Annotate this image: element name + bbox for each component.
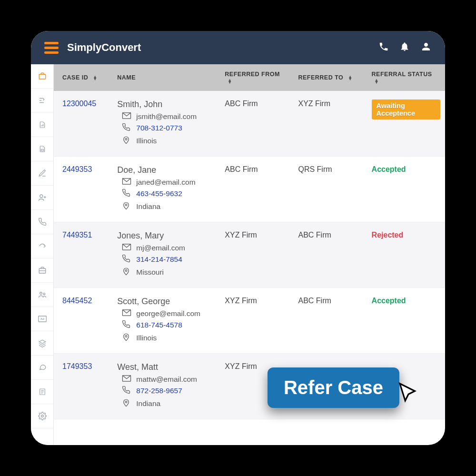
refer-case-button[interactable]: Refer Case — [268, 367, 399, 408]
referred-from-cell: XYZ Firm — [220, 222, 293, 288]
col-label: NAME — [117, 74, 136, 81]
referred-to-cell: QRS Firm — [293, 157, 367, 222]
sidebar-item-flow[interactable] — [31, 89, 53, 113]
col-header-to[interactable]: REFERRED TO ▲▼ — [293, 64, 367, 91]
app-header: SimplyConvert — [31, 31, 445, 64]
contact-email[interactable]: janed@email.com — [122, 178, 215, 187]
contact-email[interactable]: jsmith@email.com — [122, 112, 215, 121]
table-row[interactable]: 12300045 Smith, John jsmith@email.com 70… — [54, 91, 445, 157]
col-header-caseid[interactable]: CASE ID ▲▼ — [54, 64, 112, 91]
contact-email[interactable]: mattw@email.com — [122, 375, 215, 384]
phone-icon — [122, 320, 131, 330]
contact-email[interactable]: mj@email.com — [122, 244, 215, 252]
col-header-name[interactable]: NAME — [112, 64, 220, 91]
svg-point-15 — [125, 270, 127, 272]
sidebar-item-ads[interactable]: Ad — [31, 307, 53, 331]
contact-phone[interactable]: 463-455-9632 — [122, 188, 215, 199]
sidebar-item-layers[interactable] — [31, 331, 53, 356]
name-cell: Smith, John jsmith@email.com 708-312-077… — [112, 91, 220, 157]
phone-icon — [122, 254, 131, 265]
contact-phone[interactable]: 314-214-7854 — [122, 254, 215, 265]
referral-status-cell: Accepted — [367, 288, 445, 354]
contact-name: West, Matt — [117, 362, 215, 372]
svg-point-13 — [125, 204, 127, 206]
mail-icon — [122, 309, 131, 318]
bell-icon[interactable] — [399, 41, 410, 54]
contact-phone[interactable]: 708-312-0773 — [122, 123, 215, 133]
sort-icon: ▲▼ — [375, 79, 379, 84]
col-label: REFERRED TO — [298, 74, 343, 81]
sidebar-item-share[interactable] — [31, 234, 53, 258]
table-row[interactable]: 7449351 Jones, Mary mj@email.com 314-214… — [54, 222, 445, 288]
contact-location: Missouri — [122, 267, 215, 278]
case-id-cell[interactable]: 12300045 — [54, 91, 112, 157]
app-title: SimplyConvert — [67, 41, 141, 54]
contact-name: Scott, George — [117, 297, 215, 307]
svg-point-5 — [43, 293, 45, 295]
phone-icon[interactable] — [378, 41, 389, 54]
mail-icon — [122, 244, 131, 252]
name-cell: Jones, Mary mj@email.com 314-214-7854 Mi… — [112, 222, 220, 288]
table-row[interactable]: 2449353 Doe, Jane janed@email.com 463-45… — [54, 157, 445, 222]
cases-table: CASE ID ▲▼ NAME REFERRED FROM ▲▼ REFERRE… — [54, 64, 445, 419]
contact-location: Indiana — [122, 201, 215, 212]
svg-rect-0 — [39, 74, 46, 79]
contact-name: Jones, Mary — [117, 231, 215, 241]
refer-case-overlay: Refer Case — [268, 367, 421, 408]
phone-icon — [122, 188, 131, 199]
col-header-status[interactable]: REFERRAL STATUS ▲▼ — [367, 64, 445, 91]
location-icon — [122, 267, 131, 278]
sidebar-item-briefcase[interactable] — [31, 258, 53, 283]
status-badge: Awaiting Acceptence — [372, 99, 440, 119]
location-icon — [122, 332, 131, 344]
contact-location: Indiana — [122, 398, 215, 409]
svg-point-11 — [125, 139, 127, 140]
header-actions — [378, 41, 432, 54]
sort-icon: ▲▼ — [348, 76, 352, 80]
svg-point-2 — [40, 195, 42, 198]
referred-to-cell: ABC Firm — [293, 288, 367, 354]
user-icon[interactable] — [420, 41, 432, 54]
sidebar-item-compose[interactable] — [31, 161, 53, 186]
contact-location: Illinois — [122, 332, 215, 344]
referred-from-cell: ABC Firm — [220, 157, 293, 222]
name-cell: Scott, George george@email.com 618-745-4… — [112, 288, 220, 354]
cursor-icon — [396, 380, 421, 408]
location-icon — [122, 398, 131, 409]
sidebar-item-calls[interactable] — [31, 210, 53, 234]
sidebar-item-settings[interactable] — [31, 404, 53, 428]
contact-location: Illinois — [122, 135, 215, 147]
sidebar-item-team[interactable] — [31, 283, 53, 307]
location-icon — [122, 201, 131, 212]
case-id-cell[interactable]: 7449351 — [54, 222, 112, 288]
contact-phone[interactable]: 618-745-4578 — [122, 320, 215, 330]
contact-phone[interactable]: 872-258-9657 — [122, 386, 215, 396]
svg-point-9 — [41, 415, 43, 417]
table-row[interactable]: 8445452 Scott, George george@email.com 6… — [54, 288, 445, 354]
sidebar-item-chat[interactable] — [31, 356, 53, 380]
status-rejected: Rejected — [372, 231, 404, 239]
name-cell: West, Matt mattw@email.com 872-258-9657 … — [112, 354, 220, 419]
svg-point-19 — [125, 401, 127, 403]
referred-from-cell: ABC Firm — [220, 91, 293, 157]
referred-to-cell: XYZ Firm — [293, 91, 367, 157]
sidebar-item-report-a[interactable] — [31, 113, 53, 137]
case-id-cell[interactable]: 2449353 — [54, 157, 112, 222]
sidebar: Ad — [31, 64, 54, 445]
mail-icon — [122, 178, 131, 187]
sort-icon: ▲▼ — [228, 79, 232, 84]
phone-icon — [122, 386, 131, 396]
col-header-from[interactable]: REFERRED FROM ▲▼ — [220, 64, 293, 91]
sidebar-item-report-b[interactable] — [31, 137, 53, 161]
svg-rect-1 — [41, 149, 43, 151]
menu-button[interactable] — [44, 42, 59, 54]
svg-point-17 — [125, 336, 127, 337]
sidebar-item-list[interactable] — [31, 380, 53, 404]
contact-email[interactable]: george@email.com — [122, 309, 215, 318]
status-accepted: Accepted — [372, 165, 406, 173]
sidebar-item-cases[interactable] — [31, 64, 53, 89]
case-id-cell[interactable]: 8445452 — [54, 288, 112, 354]
mail-icon — [122, 112, 131, 121]
case-id-cell[interactable]: 1749353 — [54, 354, 112, 419]
sidebar-item-add-user[interactable] — [31, 186, 53, 210]
